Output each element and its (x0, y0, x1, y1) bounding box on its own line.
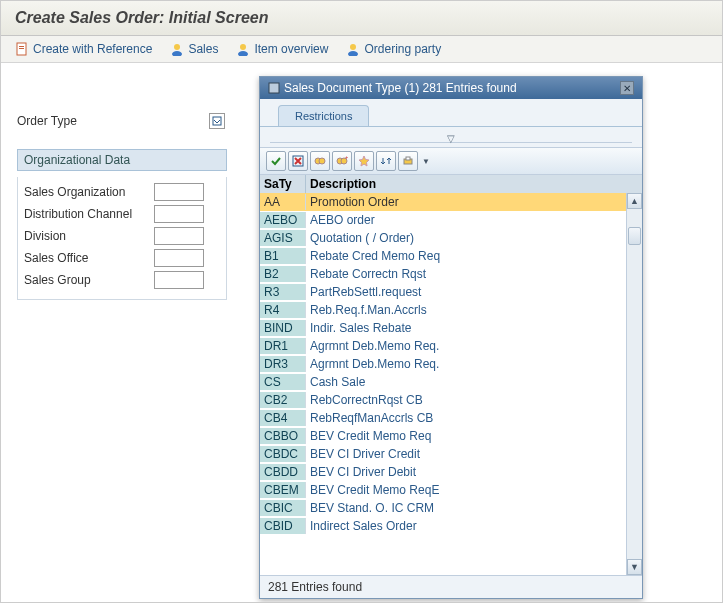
cell-description: Agrmnt Deb.Memo Req. (306, 356, 626, 372)
svg-point-5 (240, 44, 246, 50)
table-row[interactable]: CBEMBEV Credit Memo ReqE (260, 481, 626, 499)
cell-saty: AEBO (260, 212, 306, 228)
sort-icon (380, 155, 392, 167)
table-row[interactable]: CSCash Sale (260, 373, 626, 391)
col-description[interactable]: Description (306, 175, 642, 193)
person-icon (346, 42, 360, 56)
cell-saty: CB4 (260, 410, 306, 426)
col-saty[interactable]: SaTy (260, 175, 306, 193)
table-body: AAPromotion OrderAEBOAEBO orderAGISQuota… (260, 193, 626, 575)
division-input[interactable] (154, 227, 204, 245)
sales-office-label: Sales Office (24, 251, 154, 265)
search-help-popup: Sales Document Type (1) 281 Entries foun… (259, 76, 643, 599)
cell-description: BEV Credit Memo Req (306, 428, 626, 444)
popup-tabstrip: Restrictions (260, 99, 642, 127)
restrictions-area: ▽ (260, 127, 642, 147)
cell-description: Indir. Sales Rebate (306, 320, 626, 336)
sales-org-input[interactable] (154, 183, 204, 201)
scroll-thumb[interactable] (628, 227, 641, 245)
popup-close-button[interactable]: ✕ (620, 81, 634, 95)
cell-saty: AGIS (260, 230, 306, 246)
cell-saty: CBDD (260, 464, 306, 480)
table-row[interactable]: R3PartRebSettl.request (260, 283, 626, 301)
x-icon (292, 155, 304, 167)
cell-saty: CBDC (260, 446, 306, 462)
create-with-reference-button[interactable]: Create with Reference (15, 42, 152, 56)
sales-group-input[interactable] (154, 271, 204, 289)
svg-point-7 (350, 44, 356, 50)
create-ref-label: Create with Reference (33, 42, 152, 56)
cell-description: BEV Credit Memo ReqE (306, 482, 626, 498)
expand-icon[interactable]: ▽ (447, 133, 455, 144)
sales-org-label: Sales Organization (24, 185, 154, 199)
cell-description: Rebate Correctn Rqst (306, 266, 626, 282)
svg-rect-18 (406, 157, 410, 160)
cell-description: RebReqfManAccrls CB (306, 410, 626, 426)
sales-button[interactable]: Sales (170, 42, 218, 56)
table-row[interactable]: B2Rebate Correctn Rqst (260, 265, 626, 283)
table-row[interactable]: CB2RebCorrectnRqst CB (260, 391, 626, 409)
cell-description: BEV CI Driver Credit (306, 446, 626, 462)
table-row[interactable]: CBICBEV Stand. O. IC CRM (260, 499, 626, 517)
scroll-down-button[interactable]: ▼ (627, 559, 642, 575)
vertical-scrollbar[interactable]: ▲ ▼ (626, 193, 642, 575)
table-row[interactable]: CB4RebReqfManAccrls CB (260, 409, 626, 427)
table-row[interactable]: CBIDIndirect Sales Order (260, 517, 626, 535)
toolbar-dropdown[interactable]: ▼ (420, 151, 432, 171)
table-row[interactable]: DR3Agrmnt Deb.Memo Req. (260, 355, 626, 373)
scroll-up-button[interactable]: ▲ (627, 193, 642, 209)
table-row[interactable]: R4Reb.Req.f.Man.Accrls (260, 301, 626, 319)
cell-saty: DR3 (260, 356, 306, 372)
binoculars-plus-icon: + (336, 155, 348, 167)
cell-description: Reb.Req.f.Man.Accrls (306, 302, 626, 318)
cell-description: Quotation ( / Order) (306, 230, 626, 246)
window-icon (268, 82, 280, 94)
tab-restrictions[interactable]: Restrictions (278, 105, 369, 126)
table-row[interactable]: AGISQuotation ( / Order) (260, 229, 626, 247)
document-icon (15, 42, 29, 56)
order-type-label: Order Type (17, 114, 147, 128)
search-help-icon (212, 116, 222, 126)
order-type-f4-button[interactable] (209, 113, 225, 129)
result-table: SaTy Description AAPromotion OrderAEBOAE… (260, 175, 642, 575)
cell-saty: CBIC (260, 500, 306, 516)
table-row[interactable]: AAPromotion Order (260, 193, 626, 211)
table-row[interactable]: AEBOAEBO order (260, 211, 626, 229)
print-button[interactable] (398, 151, 418, 171)
printer-icon (402, 155, 414, 167)
table-row[interactable]: BINDIndir. Sales Rebate (260, 319, 626, 337)
table-row[interactable]: B1Rebate Cred Memo Req (260, 247, 626, 265)
personal-list-button[interactable] (354, 151, 374, 171)
cancel-button[interactable] (288, 151, 308, 171)
cell-saty: BIND (260, 320, 306, 336)
dist-channel-input[interactable] (154, 205, 204, 223)
table-row[interactable]: CBBOBEV Credit Memo Req (260, 427, 626, 445)
page-title: Create Sales Order: Initial Screen (15, 9, 708, 27)
cell-description: Promotion Order (306, 194, 626, 210)
ordering-party-button[interactable]: Ordering party (346, 42, 441, 56)
cell-description: Cash Sale (306, 374, 626, 390)
item-overview-button[interactable]: Item overview (236, 42, 328, 56)
table-row[interactable]: CBDCBEV CI Driver Credit (260, 445, 626, 463)
table-row[interactable]: DR1Agrmnt Deb.Memo Req. (260, 337, 626, 355)
title-bar: Create Sales Order: Initial Screen (1, 1, 722, 36)
chevron-down-icon: ▼ (422, 157, 430, 166)
scroll-track[interactable] (627, 209, 642, 559)
svg-point-3 (174, 44, 180, 50)
svg-rect-1 (19, 46, 24, 47)
cell-description: BEV CI Driver Debit (306, 464, 626, 480)
division-label: Division (24, 229, 154, 243)
accept-button[interactable] (266, 151, 286, 171)
svg-rect-9 (213, 117, 221, 125)
table-header: SaTy Description (260, 175, 642, 194)
svg-point-6 (238, 51, 248, 56)
cell-saty: DR1 (260, 338, 306, 354)
org-data-header: Organizational Data (17, 149, 227, 171)
find-next-button[interactable]: + (332, 151, 352, 171)
table-row[interactable]: CBDDBEV CI Driver Debit (260, 463, 626, 481)
sort-button[interactable] (376, 151, 396, 171)
sales-office-input[interactable] (154, 249, 204, 267)
cell-saty: AA (260, 194, 306, 210)
cell-description: AEBO order (306, 212, 626, 228)
find-button[interactable] (310, 151, 330, 171)
